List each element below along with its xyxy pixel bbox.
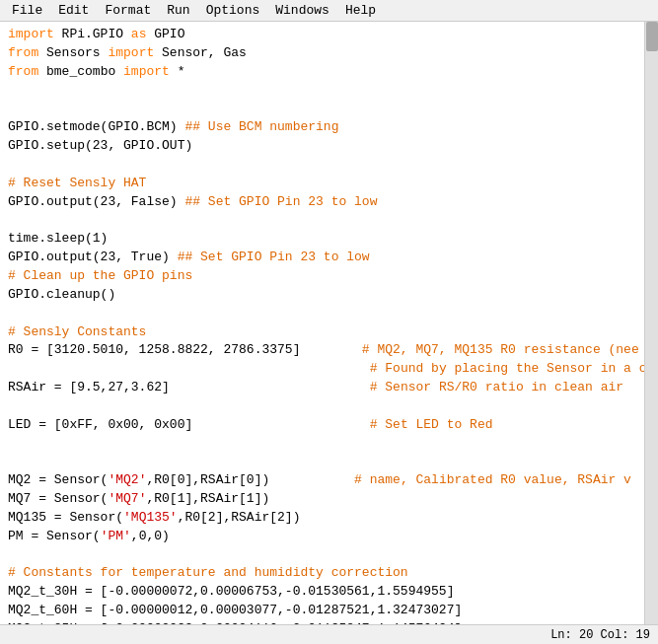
editor-area: import RPi.GPIO as GPIO from Sensors imp…: [0, 22, 658, 624]
menubar: File Edit Format Run Options Windows Hel…: [0, 0, 658, 22]
vertical-scrollbar[interactable]: [644, 22, 658, 624]
menu-help[interactable]: Help: [337, 1, 384, 20]
cursor-position: Ln: 20 Col: 19: [550, 628, 650, 642]
menu-file[interactable]: File: [4, 1, 50, 20]
menu-format[interactable]: Format: [97, 1, 159, 20]
menu-edit[interactable]: Edit: [50, 1, 97, 20]
scrollbar-thumb[interactable]: [646, 22, 658, 51]
menu-windows[interactable]: Windows: [267, 1, 337, 20]
code-container[interactable]: import RPi.GPIO as GPIO from Sensors imp…: [0, 22, 644, 624]
code-lines: import RPi.GPIO as GPIO from Sensors imp…: [0, 26, 644, 624]
menu-run[interactable]: Run: [159, 1, 197, 20]
menu-options[interactable]: Options: [198, 1, 268, 20]
statusbar: Ln: 20 Col: 19: [0, 624, 658, 644]
